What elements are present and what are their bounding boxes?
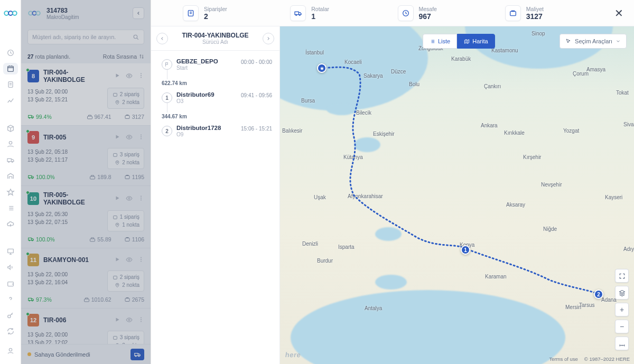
play-icon[interactable] — [114, 134, 120, 142]
nav-keys-icon[interactable] — [3, 310, 18, 321]
nav-planning-icon[interactable] — [3, 63, 18, 74]
map-pin-start[interactable]: ★ — [317, 63, 327, 73]
svg-rect-50 — [125, 238, 129, 241]
nav-reports-icon[interactable] — [3, 95, 18, 106]
nav-orders-icon[interactable] — [3, 79, 18, 90]
route-title: TIR-004-YAKINBOLGE — [43, 69, 110, 83]
route-orders: 2 sipariş — [120, 90, 139, 98]
svg-rect-60 — [84, 299, 89, 302]
eye-icon[interactable] — [126, 134, 133, 142]
nav-wallet-icon[interactable] — [3, 278, 18, 290]
org-name: MakroDagitim — [46, 14, 79, 20]
svg-rect-22 — [113, 93, 117, 96]
route-time-end: 13 Şub 22, 15:21 — [27, 96, 107, 104]
stop-item[interactable]: 1 Distributor69 O3 09:41 - 09:56 — [162, 91, 272, 111]
stop-item[interactable]: GEBZE_DEPO Start 00:00 - 00:00 — [162, 58, 272, 78]
route-badge: 9 — [27, 131, 39, 144]
eye-icon[interactable] — [126, 195, 133, 203]
stop-item[interactable]: 2 Distributor1728 O9 15:06 - 15:21 — [162, 125, 272, 145]
more-icon[interactable] — [138, 134, 144, 142]
more-icon[interactable] — [138, 256, 144, 264]
nav-refresh-icon[interactable] — [3, 325, 18, 337]
terms-link[interactable]: Terms of use — [549, 356, 577, 362]
close-button[interactable]: ✕ — [612, 5, 626, 22]
stop-sub: O9 — [176, 132, 272, 137]
route-pct: 100.0% — [36, 174, 55, 180]
map-fullscreen-button[interactable] — [615, 269, 629, 283]
svg-rect-49 — [90, 239, 95, 241]
map-controls: + − — [615, 269, 629, 350]
route-detail-panel: TIR-004-YAKINBOLGE Sürücü Adı GEBZE_DEPO… — [151, 26, 280, 364]
nav-monitor-icon[interactable] — [3, 246, 18, 257]
route-badge: 8 — [27, 70, 39, 82]
route-pct: 97.3% — [36, 296, 52, 303]
search-icon — [133, 34, 139, 41]
route-time-start: 13 Şub 22, 00:00 — [27, 331, 107, 339]
map-pin-2[interactable]: 2 — [594, 290, 603, 299]
nav-help-icon[interactable] — [3, 294, 18, 305]
nav-depot-icon[interactable] — [3, 170, 18, 182]
nav-list-icon[interactable] — [3, 202, 18, 214]
map-scale-button[interactable] — [615, 337, 629, 350]
sort-button[interactable]: Rota Sırasına — [103, 53, 144, 60]
map-pin-1[interactable]: 1 — [461, 245, 470, 255]
route-card[interactable]: 11 BKAMYON-001 13 Şub 22, 00:0013 Şub 22… — [21, 248, 151, 309]
kpi-routes: Rotalar1 — [290, 5, 371, 21]
route-cost: 2675 — [132, 296, 144, 303]
more-icon[interactable] — [138, 316, 144, 324]
main-area: Siparişler2 Rotalar1 Mesafe967 Maliyet31… — [151, 0, 634, 364]
search-input[interactable]: Müşteri adı, sipariş no ile arayın. — [27, 30, 144, 44]
svg-rect-28 — [125, 115, 129, 118]
dispatch-button[interactable] — [130, 349, 144, 360]
map-zoom-in-button[interactable]: + — [615, 303, 629, 316]
route-time-end: 13 Şub 22, 12:02 — [27, 339, 107, 344]
route-cost: 1195 — [132, 174, 144, 180]
more-icon[interactable] — [138, 72, 144, 80]
eye-icon[interactable] — [126, 316, 133, 324]
collapse-button[interactable] — [133, 7, 144, 19]
play-icon[interactable] — [114, 316, 120, 324]
route-card[interactable]: 12 TIR-006 13 Şub 22, 00:0013 Şub 22, 12… — [21, 309, 151, 344]
svg-point-62 — [128, 319, 130, 320]
svg-point-41 — [141, 195, 142, 197]
play-icon[interactable] — [114, 256, 120, 264]
svg-point-42 — [141, 198, 142, 199]
nav-dashboard-icon[interactable] — [3, 47, 18, 59]
svg-point-63 — [141, 317, 142, 318]
selection-tools-button[interactable]: Seçim Araçları — [560, 34, 627, 49]
svg-point-65 — [141, 321, 142, 322]
route-card[interactable]: 9 TIR-005 13 Şub 22, 05:1813 Şub 22, 11:… — [21, 126, 151, 186]
route-title: TIR-005 — [43, 134, 66, 141]
map-canvas[interactable]: İstanbulKocaeliBursaEskişehirBilecikSaka… — [280, 26, 634, 364]
play-icon[interactable] — [114, 195, 120, 203]
panel-footer: Sahaya Gönderilmedi — [21, 344, 151, 364]
map-zoom-out-button[interactable]: − — [615, 320, 629, 333]
eye-icon[interactable] — [126, 256, 133, 264]
nav-users-icon[interactable] — [3, 138, 18, 150]
route-card[interactable]: 10 TIR-005-YAKINBOLGE 13 Şub 22, 05:3013… — [21, 186, 151, 248]
route-points: 2 nokta — [122, 341, 139, 344]
route-title: TIR-005-YAKINBOLGE — [43, 191, 110, 206]
nav-announce-icon[interactable] — [3, 262, 18, 273]
nav-profile-icon[interactable] — [3, 345, 18, 357]
svg-rect-66 — [113, 336, 117, 339]
eye-icon[interactable] — [126, 72, 133, 80]
nav-packages-icon[interactable] — [3, 122, 18, 134]
stop-sub: Start — [176, 65, 272, 71]
play-icon[interactable] — [114, 72, 120, 80]
route-orders: 3 sipariş — [120, 151, 139, 158]
svg-point-17 — [134, 35, 137, 39]
route-card[interactable]: 8 TIR-004-YAKINBOLGE 13 Şub 22, 00:0013 … — [21, 63, 151, 126]
map-layers-button[interactable] — [615, 286, 629, 300]
nav-fleet-icon[interactable] — [3, 154, 18, 166]
tab-map[interactable]: Harita — [457, 34, 495, 49]
nav-cloud-icon[interactable] — [3, 218, 18, 230]
orders-icon — [183, 5, 199, 21]
tab-list[interactable]: Liste — [423, 34, 457, 49]
more-icon[interactable] — [138, 195, 144, 203]
cost-icon — [505, 5, 521, 21]
next-route-button[interactable] — [263, 33, 274, 44]
nav-zones-icon[interactable] — [3, 186, 18, 198]
svg-point-31 — [141, 136, 142, 137]
prev-route-button[interactable] — [156, 33, 168, 44]
